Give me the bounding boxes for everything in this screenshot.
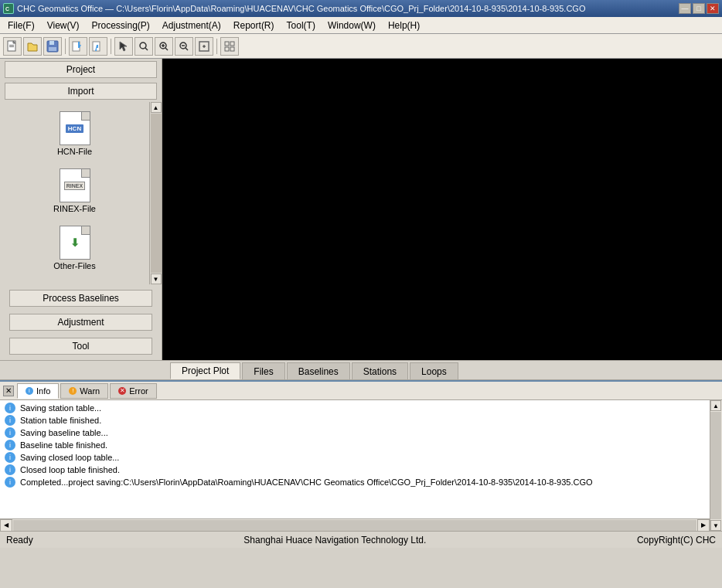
export-btn[interactable] [89,37,107,56]
tab-project-plot[interactable]: Project Plot [170,362,240,379]
info-tab-icon: i [26,387,33,395]
left-scrollbar[interactable]: ▲ ▼ [149,102,162,284]
scroll-up-arrow[interactable]: ▲ [151,102,162,113]
log-info-icon: i [5,477,15,488]
h-scroll-track[interactable] [13,520,696,531]
rinex-file-icon: RINEX [60,168,90,202]
log-info-icon: i [5,440,15,450]
svg-rect-4 [9,45,14,46]
log-tab-info[interactable]: i Info [17,383,59,399]
menu-tool[interactable]: Tool(T) [281,17,322,33]
vscroll-up[interactable]: ▲ [710,400,721,411]
log-message-text: Saving closed loop table... [20,453,119,462]
status-ready: Ready [6,535,33,546]
bottom-panel: ✕ i Info ! Warn ✕ Error iSaving station … [0,380,722,531]
status-copyright: CopyRight(C) CHC [637,535,716,546]
maximize-button[interactable]: □ [693,3,705,14]
other-files-icon: ⬇ [60,226,90,260]
scroll-down-arrow[interactable]: ▼ [151,274,162,284]
hcn-file-item[interactable]: HCN HCN-File [44,111,106,156]
toolbar-sep-1 [65,39,66,54]
status-bar: Ready Shanghai Huace Navigation Technolo… [0,531,722,548]
scroll-track[interactable] [151,114,162,273]
menu-view[interactable]: View(V) [41,17,86,33]
minimize-button[interactable]: — [679,3,691,14]
adjustment-button[interactable]: Adjustment [9,314,152,331]
new-button[interactable] [3,37,22,56]
process-baselines-button[interactable]: Process Baselines [9,290,152,307]
svg-rect-29 [230,47,234,51]
title-text: CHC Geomatics Office — C:\Users\Florin\A… [17,4,585,13]
vscroll-down[interactable]: ▼ [710,520,721,531]
svg-rect-5 [9,46,14,47]
svg-rect-26 [225,42,229,46]
vertical-scrollbar[interactable]: ▲ ▼ [710,400,722,531]
status-company: Shanghai Huace Navigation Technology Ltd… [244,535,426,546]
menu-window[interactable]: Window(W) [322,17,382,33]
log-message-text: Completed...project saving:C:\Users\Flor… [20,478,593,487]
hcn-file-label: HCN-File [57,147,92,156]
log-tab-error[interactable]: ✕ Error [110,383,156,399]
toolbar [0,34,722,59]
grid-btn[interactable] [220,37,239,56]
import-btn[interactable] [69,37,87,56]
left-panel: Project Import HCN HCN-File RINEX RINEX-… [0,59,162,360]
pointer-btn[interactable] [114,37,133,56]
other-files-label: Other-Files [53,261,95,270]
rinex-file-item[interactable]: RINEX RINEX-File [44,168,106,213]
open-button[interactable] [23,37,42,56]
title-bar-left: C CHC Geomatics Office — C:\Users\Florin… [3,3,585,14]
log-tab-warn[interactable]: ! Warn [60,383,108,399]
error-tab-icon: ✕ [118,387,126,395]
menu-help[interactable]: Help(H) [382,17,426,33]
svg-rect-28 [225,47,229,51]
menu-adjustment[interactable]: Adjustment(A) [156,17,227,33]
project-button[interactable]: Project [5,61,157,78]
left-items: HCN HCN-File RINEX RINEX-File ⬇ Other [0,102,149,284]
menu-processing[interactable]: Processing(P) [85,17,155,33]
svg-point-14 [140,42,146,49]
other-files-item[interactable]: ⬇ Other-Files [44,226,106,270]
fit-btn[interactable] [195,37,213,56]
svg-rect-27 [230,42,234,46]
save-button[interactable] [43,37,62,56]
scroll-left-btn[interactable]: ◀ [0,519,12,532]
log-message-text: Baseline table finished. [20,440,107,450]
svg-line-15 [145,48,148,50]
hcn-badge: HCN [66,124,83,133]
tool-button[interactable]: Tool [9,338,152,355]
log-row: iClosed loop table finished. [3,464,707,476]
company-text: Shanghai Huace Navigation Technology Ltd… [244,535,426,546]
tab-baselines[interactable]: Baselines [287,362,350,379]
menu-bar: File(F) View(V) Processing(P) Adjustment… [0,17,722,34]
close-button[interactable]: ✕ [707,3,719,14]
app-icon: C [3,3,14,14]
svg-rect-8 [49,47,56,51]
log-row: iSaving station table... [3,402,707,414]
zoom-out-btn[interactable] [175,37,193,56]
search-btn[interactable] [135,37,153,56]
left-scroll-area: HCN HCN-File RINEX RINEX-File ⬇ Other [0,102,162,284]
horizontal-scrollbar[interactable]: ◀ ▶ [0,518,710,531]
svg-marker-10 [78,42,81,48]
zoom-in-btn[interactable] [155,37,173,56]
log-info-icon: i [5,415,15,426]
vscroll-track[interactable] [710,412,721,519]
menu-file[interactable]: File(F) [2,17,41,33]
hcn-file-icon: HCN [60,111,90,145]
menu-report[interactable]: Report(R) [227,17,281,33]
tab-stations[interactable]: Stations [352,362,408,379]
log-row: iSaving baseline table... [3,427,707,439]
copyright-text: CopyRight(C) CHC [637,535,716,546]
ready-text: Ready [6,535,33,546]
bottom-buttons: Process Baselines Adjustment Tool [0,284,162,360]
tab-files[interactable]: Files [242,362,284,379]
scroll-right-btn[interactable]: ▶ [697,519,710,532]
title-bar-controls: — □ ✕ [679,3,719,14]
log-close-button[interactable]: ✕ [3,386,14,396]
tab-loops[interactable]: Loops [410,362,458,379]
import-button[interactable]: Import [5,83,157,100]
log-row: iSaving closed loop table... [3,451,707,464]
rinex-badge: RINEX [64,182,85,190]
log-message-text: Station table finished. [20,416,101,425]
